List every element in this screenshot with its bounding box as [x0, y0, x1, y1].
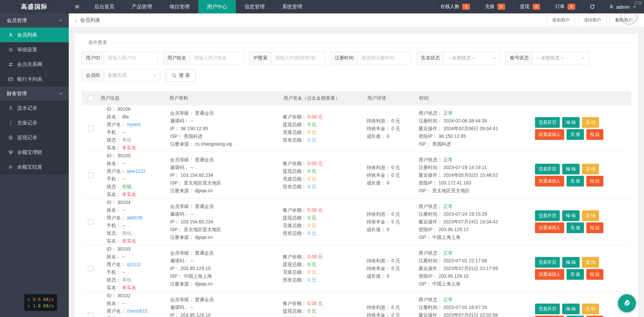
sidebar-item[interactable]: 会员关系网 — [0, 57, 69, 72]
sidebar-group-header-1[interactable]: 会员管理 — [0, 13, 69, 28]
sidebar-item[interactable]: 流水记录 — [0, 101, 69, 115]
search-select[interactable]: -- 全部状态 -- — [533, 52, 589, 64]
member-level: 普通会员 — [195, 249, 214, 257]
invest-total[interactable]: 0 元 — [308, 276, 316, 284]
row-checkbox[interactable] — [88, 312, 94, 317]
freeze-button[interactable]: 冻 结 — [582, 257, 599, 268]
recharge-button[interactable]: 充 值 — [567, 269, 584, 280]
invest-total[interactable]: 0 元 — [308, 136, 316, 144]
set-fake-user-button[interactable]: 设置成假人 — [535, 176, 564, 187]
row-checkbox[interactable] — [88, 219, 94, 225]
float-action-button[interactable] — [618, 294, 636, 312]
sidebar-item[interactable]: 充值记录 — [0, 115, 69, 130]
username-link[interactable]: mytest — [127, 121, 141, 128]
nav-tab-6[interactable]: 系统管理 — [273, 0, 311, 13]
withdraw-total[interactable]: 0 元 — [308, 261, 316, 268]
edit-button[interactable]: 编 辑 — [562, 164, 580, 174]
deduct-button[interactable]: 扣 款 — [586, 176, 604, 187]
freeze-user-button[interactable]: 冻结用户 — [578, 15, 606, 25]
field-label: 姓名： — [107, 113, 121, 121]
freeze-button[interactable]: 冻 结 — [582, 117, 599, 128]
search-panel: 条件搜索 用户ID请输入用户ID用户姓名请输入用户姓名IP搜索请输入IP(模糊查… — [82, 40, 631, 87]
username-link[interactable]: chen0615 — [127, 307, 148, 315]
row-checkbox[interactable] — [88, 126, 94, 131]
edit-button[interactable]: 编 辑 — [562, 117, 580, 128]
nav-tab-3[interactable]: 项目管理 — [161, 0, 198, 13]
recharge-total[interactable]: 0 元 — [308, 222, 316, 229]
add-user-button[interactable]: 添加用户 — [547, 15, 575, 25]
nav-stat-4[interactable]: 订单0 — [547, 0, 583, 13]
set-fake-user-button[interactable]: 设置成假人 — [535, 129, 564, 140]
invest-total[interactable]: 0 元 — [308, 229, 316, 237]
user-profile-cell: 会员等级：普通会员 邀请码：-- IP：103.154.60.234 ISP：亚… — [169, 203, 283, 241]
nav-tab-2[interactable]: 产品管理 — [123, 0, 161, 13]
trade-open-button[interactable]: 交易开启 — [535, 304, 560, 314]
account-balance[interactable]: 0.00 元 — [308, 113, 323, 121]
withdraw-total[interactable]: 0 元 — [308, 167, 316, 175]
set-fake-user-button[interactable]: 设置成假人 — [535, 222, 564, 233]
nav-stat-3[interactable]: 提现0 — [513, 0, 548, 13]
account-balance[interactable]: 0.00 元 — [308, 253, 323, 261]
recharge-button[interactable]: 充 值 — [567, 176, 584, 187]
nav-stat-1[interactable]: 在线人数1 — [433, 0, 477, 13]
deduct-button[interactable]: 扣 款 — [586, 222, 604, 233]
search-select[interactable]: -- 全部状态 -- — [444, 52, 500, 64]
account-balance[interactable]: 0.00 元 — [308, 206, 323, 214]
freeze-button[interactable]: 冻 结 — [582, 210, 599, 221]
recharge-button[interactable]: 充 值 — [567, 316, 584, 317]
account-balance[interactable]: 0.00 元 — [308, 300, 323, 307]
trade-open-button[interactable]: 交易开启 — [535, 257, 560, 268]
sidebar-toggle-button[interactable] — [69, 0, 86, 13]
row-checkbox[interactable] — [88, 266, 94, 271]
recharge-total[interactable]: 0 元 — [308, 268, 316, 276]
recharge-button[interactable]: 充 值 — [567, 129, 584, 140]
sidebar-item[interactable]: 会员列表 — [0, 28, 69, 42]
account-balance[interactable]: 0.00 元 — [308, 160, 323, 167]
edit-button[interactable]: 编 辑 — [562, 210, 580, 221]
username-link[interactable]: q11111 — [127, 261, 141, 268]
search-input[interactable]: 请输入IP(模糊查找) — [271, 52, 325, 64]
recharge-total[interactable]: 0 元 — [308, 315, 316, 317]
deduct-button[interactable]: 扣 款 — [586, 269, 604, 280]
withdraw-total[interactable]: 0 元 — [308, 121, 316, 128]
edit-button[interactable]: 编 辑 — [562, 304, 580, 314]
invest-total[interactable]: 0 元 — [308, 183, 316, 191]
recharge-total[interactable]: 0 元 — [308, 128, 316, 136]
sidebar-item[interactable]: 等级设置 — [0, 42, 69, 57]
nav-tab-5[interactable]: 信息管理 — [236, 0, 273, 13]
trade-open-button[interactable]: 交易开启 — [535, 164, 560, 174]
search-input[interactable]: 请输入用户姓名 — [190, 52, 244, 64]
search-input[interactable]: 请选择注册时间 — [358, 52, 411, 64]
field-label: 注册来源： — [170, 140, 194, 148]
deduct-button[interactable]: 扣 款 — [586, 129, 604, 140]
trade-open-button[interactable]: 交易开启 — [535, 210, 560, 221]
nav-tab-4[interactable]: 用户中心 — [198, 0, 236, 13]
set-fake-user-button[interactable]: 设置成假人 — [535, 269, 564, 280]
row-checkbox[interactable] — [88, 172, 94, 178]
sidebar-item[interactable]: 余额宝理财 — [0, 145, 69, 160]
nav-stat-2[interactable]: 充值0 — [477, 0, 513, 13]
withdraw-total[interactable]: 0 元 — [308, 307, 316, 315]
search-input[interactable]: 请输入用户ID — [104, 52, 158, 64]
set-fake-user-button[interactable]: 设置成假人 — [535, 316, 564, 317]
username-link[interactable]: qwe1122 — [127, 167, 146, 175]
select-all-checkbox[interactable] — [88, 96, 94, 101]
withdraw-total[interactable]: 0 元 — [308, 214, 316, 222]
recharge-button[interactable]: 充 值 — [567, 222, 584, 233]
nav-tab-1[interactable]: 后台首页 — [86, 0, 123, 13]
edit-button[interactable]: 编 辑 — [562, 257, 580, 268]
freeze-button[interactable]: 冻 结 — [582, 304, 599, 314]
trade-open-button[interactable]: 交易开启 — [535, 117, 560, 128]
deduct-button[interactable]: 扣 款 — [586, 316, 604, 317]
sidebar-group-header-2[interactable]: 财务管理 — [0, 87, 69, 101]
sidebar-item[interactable]: 银行卡列表 — [0, 72, 69, 87]
recharge-total[interactable]: 0 元 — [308, 175, 316, 183]
freeze-button[interactable]: 冻 结 — [582, 164, 599, 174]
search-button[interactable]: 搜 索 — [166, 69, 196, 82]
search-select[interactable]: 全部方式 — [104, 69, 160, 82]
refresh-button[interactable] — [583, 0, 602, 13]
sidebar-item[interactable]: 提现记录 — [0, 130, 69, 145]
login-isp: 中国上海上海 — [432, 280, 461, 288]
sidebar-item[interactable]: 余额宝结算 — [0, 160, 69, 174]
username-link[interactable]: ab0036 — [127, 214, 143, 222]
